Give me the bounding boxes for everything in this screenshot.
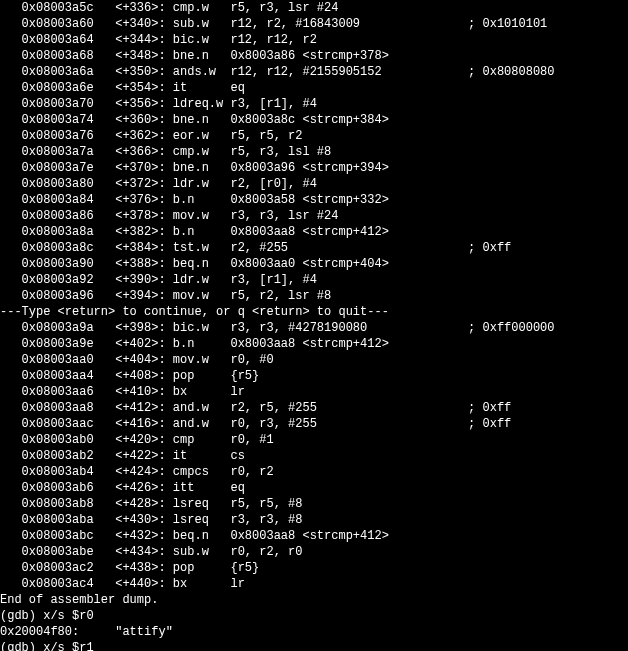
disasm-line: 0x08003ac4 <+440>: bx lr bbox=[0, 576, 628, 592]
disasm-line: 0x08003ab4 <+424>: cmpcs r0, r2 bbox=[0, 464, 628, 480]
disasm-line: 0x08003a76 <+362>: eor.w r5, r5, r2 bbox=[0, 128, 628, 144]
disasm-line: 0x08003a9a <+398>: bic.w r3, r3, #427819… bbox=[0, 320, 628, 336]
disasm-line: 0x08003a68 <+348>: bne.n 0x8003a86 <strc… bbox=[0, 48, 628, 64]
disasm-line: 0x08003ac2 <+438>: pop {r5} bbox=[0, 560, 628, 576]
disasm-line: 0x08003aa4 <+408>: pop {r5} bbox=[0, 368, 628, 384]
end-of-dump: End of assembler dump. bbox=[0, 592, 628, 608]
disasm-line: 0x08003aac <+416>: and.w r0, r3, #255 ; … bbox=[0, 416, 628, 432]
gdb-prompt[interactable]: (gdb) x/s $r1 bbox=[0, 640, 628, 651]
disasm-line: 0x08003a6e <+354>: it eq bbox=[0, 80, 628, 96]
disasm-line: 0x08003a6a <+350>: ands.w r12, r12, #215… bbox=[0, 64, 628, 80]
disasm-line: 0x08003a9e <+402>: b.n 0x8003aa8 <strcmp… bbox=[0, 336, 628, 352]
disasm-line: 0x08003a84 <+376>: b.n 0x8003a58 <strcmp… bbox=[0, 192, 628, 208]
disasm-line: 0x08003abc <+432>: beq.n 0x8003aa8 <strc… bbox=[0, 528, 628, 544]
disasm-line: 0x08003a90 <+388>: beq.n 0x8003aa0 <strc… bbox=[0, 256, 628, 272]
disasm-line: 0x08003a64 <+344>: bic.w r12, r12, r2 bbox=[0, 32, 628, 48]
disasm-line: 0x08003aa6 <+410>: bx lr bbox=[0, 384, 628, 400]
disasm-line: 0x08003a60 <+340>: sub.w r12, r2, #16843… bbox=[0, 16, 628, 32]
disasm-line: 0x08003a96 <+394>: mov.w r5, r2, lsr #8 bbox=[0, 288, 628, 304]
disasm-line: 0x08003ab6 <+426>: itt eq bbox=[0, 480, 628, 496]
disasm-line: 0x08003a70 <+356>: ldreq.w r3, [r1], #4 bbox=[0, 96, 628, 112]
disasm-line: 0x08003a92 <+390>: ldr.w r3, [r1], #4 bbox=[0, 272, 628, 288]
gdb-output: 0x20004f80: "attify" bbox=[0, 624, 628, 640]
disasm-line: 0x08003a74 <+360>: bne.n 0x8003a8c <strc… bbox=[0, 112, 628, 128]
disasm-line: 0x08003a5c <+336>: cmp.w r5, r3, lsr #24 bbox=[0, 0, 628, 16]
disasm-line: 0x08003a7a <+366>: cmp.w r5, r3, lsl #8 bbox=[0, 144, 628, 160]
disasm-line: 0x08003ab8 <+428>: lsreq r5, r5, #8 bbox=[0, 496, 628, 512]
disasm-line: 0x08003aa0 <+404>: mov.w r0, #0 bbox=[0, 352, 628, 368]
disasm-line: 0x08003a86 <+378>: mov.w r3, r3, lsr #24 bbox=[0, 208, 628, 224]
disasm-line: 0x08003a7e <+370>: bne.n 0x8003a96 <strc… bbox=[0, 160, 628, 176]
disasm-line: 0x08003aa8 <+412>: and.w r2, r5, #255 ; … bbox=[0, 400, 628, 416]
gdb-prompt[interactable]: (gdb) x/s $r0 bbox=[0, 608, 628, 624]
disasm-line: 0x08003a8a <+382>: b.n 0x8003aa8 <strcmp… bbox=[0, 224, 628, 240]
pager-prompt[interactable]: ---Type <return> to continue, or q <retu… bbox=[0, 304, 628, 320]
disasm-line: 0x08003abe <+434>: sub.w r0, r2, r0 bbox=[0, 544, 628, 560]
disasm-line: 0x08003aba <+430>: lsreq r3, r3, #8 bbox=[0, 512, 628, 528]
disasm-line: 0x08003a8c <+384>: tst.w r2, #255 ; 0xff bbox=[0, 240, 628, 256]
disasm-line: 0x08003a80 <+372>: ldr.w r2, [r0], #4 bbox=[0, 176, 628, 192]
disasm-line: 0x08003ab0 <+420>: cmp r0, #1 bbox=[0, 432, 628, 448]
terminal-output: 0x08003a5c <+336>: cmp.w r5, r3, lsr #24… bbox=[0, 0, 628, 651]
disasm-line: 0x08003ab2 <+422>: it cs bbox=[0, 448, 628, 464]
